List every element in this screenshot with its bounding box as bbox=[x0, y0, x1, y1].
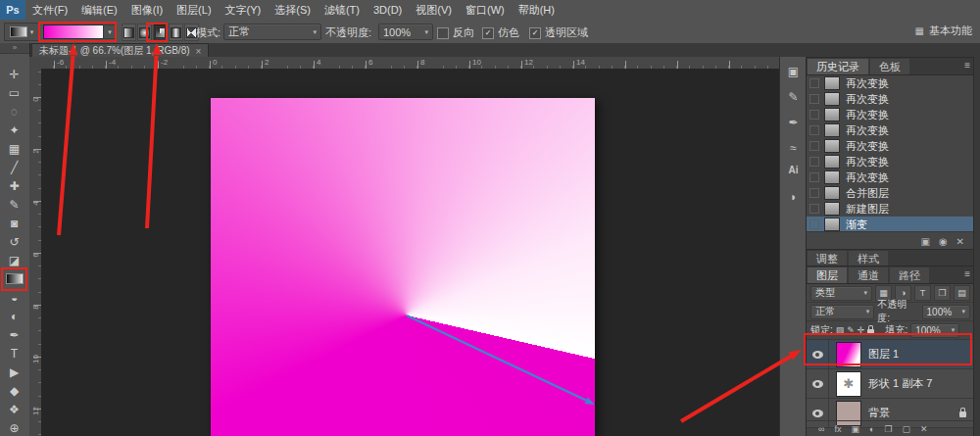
close-icon[interactable]: × bbox=[196, 46, 202, 57]
tab-layers[interactable]: 图层 bbox=[808, 267, 847, 283]
menu-layer[interactable]: 图层(L) bbox=[170, 0, 218, 20]
toolbar-collapse-icon[interactable]: » bbox=[0, 43, 29, 54]
tool-preset-picker[interactable]: ▾ bbox=[4, 23, 39, 41]
reflected-gradient-button[interactable] bbox=[169, 24, 183, 41]
menu-file[interactable]: 文件(F) bbox=[25, 0, 74, 20]
layer-style-icon[interactable]: fx bbox=[834, 424, 841, 434]
history-state-row[interactable]: 再次变换 bbox=[807, 154, 974, 170]
fill-dropdown[interactable]: 100% ▾ bbox=[910, 323, 959, 338]
blend-mode-dropdown[interactable]: 正常 ▾ bbox=[223, 24, 321, 40]
transparency-checkbox[interactable]: ✓ bbox=[529, 27, 541, 39]
new-layer-icon[interactable]: ▢ bbox=[902, 424, 910, 434]
workspace-switcher[interactable]: ▦ 基本功能 bbox=[915, 24, 972, 38]
eye-icon[interactable] bbox=[812, 351, 823, 359]
menu-view[interactable]: 视图(V) bbox=[409, 0, 459, 20]
healing-brush-tool[interactable]: ✚ bbox=[0, 176, 28, 195]
new-group-icon[interactable]: ❐ bbox=[884, 424, 892, 434]
menu-window[interactable]: 窗口(W) bbox=[459, 0, 512, 20]
brush-panel-icon[interactable]: ✎ bbox=[780, 90, 807, 104]
menu-type[interactable]: 文字(Y) bbox=[219, 0, 269, 20]
history-source-box[interactable] bbox=[809, 94, 819, 104]
lock-transparent-pixels-icon[interactable]: ▨ bbox=[836, 325, 845, 335]
menu-edit[interactable]: 编辑(E) bbox=[74, 0, 124, 20]
history-source-box[interactable] bbox=[809, 157, 819, 167]
opacity-dropdown[interactable]: 100% ▾ bbox=[378, 24, 433, 40]
marquee-tool[interactable]: ▭ bbox=[0, 83, 28, 102]
menu-image[interactable]: 图像(I) bbox=[124, 0, 170, 20]
dither-checkbox[interactable]: ✓ bbox=[482, 27, 494, 39]
move-tool[interactable]: ✛ bbox=[0, 65, 28, 83]
pen-tool[interactable]: ✒ bbox=[0, 325, 28, 344]
lock-all-icon[interactable] bbox=[867, 329, 874, 335]
filter-smart-objects-icon[interactable]: ▤ bbox=[954, 285, 970, 301]
clone-stamp-tool[interactable]: ◙ bbox=[0, 214, 28, 232]
layer-blend-mode-dropdown[interactable]: 正常 ▾ bbox=[810, 305, 874, 319]
history-state-row[interactable]: 再次变换 bbox=[807, 107, 974, 122]
eye-icon[interactable] bbox=[812, 410, 823, 417]
filter-shape-layers-icon[interactable]: ❐ bbox=[934, 285, 951, 301]
history-brush-tool[interactable]: ↺ bbox=[0, 232, 28, 251]
gradient-picker-arrow[interactable]: ▾ bbox=[103, 24, 117, 39]
crop-tool[interactable]: ▦ bbox=[0, 139, 28, 158]
layer-thumbnail[interactable] bbox=[836, 342, 861, 367]
menu-3d[interactable]: 3D(D) bbox=[367, 0, 409, 20]
layer-row-shape-copy-7[interactable]: ✱ 形状 1 副本 7 bbox=[807, 369, 974, 399]
visibility-cell[interactable] bbox=[807, 369, 829, 398]
eyedropper-tool[interactable]: ╱ bbox=[0, 158, 28, 176]
delete-layer-icon[interactable]: ✕ bbox=[920, 424, 928, 434]
history-state-row-selected[interactable]: 渐变 bbox=[807, 217, 974, 232]
dodge-tool[interactable]: ◐ bbox=[0, 307, 28, 325]
layer-name[interactable]: 形状 1 副本 7 bbox=[868, 376, 974, 391]
history-state-row[interactable]: 再次变换 bbox=[807, 138, 974, 154]
delete-state-icon[interactable]: ✕ bbox=[956, 236, 964, 247]
tab-swatches[interactable]: 色板 bbox=[870, 59, 909, 74]
document-tab[interactable]: 未标题-1 @ 66.7%(图层 1, RGB/8) × bbox=[31, 43, 209, 58]
shape-tool[interactable]: ◆ bbox=[0, 381, 28, 400]
angle-gradient-button[interactable] bbox=[153, 24, 168, 41]
tab-styles[interactable]: 样式 bbox=[849, 251, 888, 266]
layer-opacity-dropdown[interactable]: 100% ▾ bbox=[922, 305, 970, 319]
link-layers-icon[interactable]: ∞ bbox=[818, 424, 824, 434]
blur-tool[interactable]: ◒ bbox=[0, 288, 28, 307]
history-state-row[interactable]: 合并图层 bbox=[807, 185, 974, 201]
history-source-box[interactable] bbox=[809, 110, 819, 120]
reverse-checkbox[interactable] bbox=[437, 27, 449, 39]
radial-gradient-button[interactable] bbox=[137, 24, 152, 41]
lock-position-icon[interactable]: ✛ bbox=[858, 325, 865, 335]
gradient-tool[interactable] bbox=[0, 269, 28, 288]
history-source-box[interactable] bbox=[809, 141, 819, 151]
speech-bubble-panel-icon[interactable]: ◗ bbox=[780, 190, 807, 204]
hand-tool[interactable]: ❖ bbox=[0, 400, 28, 418]
layer-row-layer-1[interactable]: 图层 1 bbox=[807, 340, 974, 369]
history-source-box[interactable] bbox=[809, 125, 819, 135]
history-state-row[interactable]: 新建图层 bbox=[807, 201, 974, 217]
layer-name[interactable]: 背景 bbox=[868, 406, 959, 420]
layer-mask-icon[interactable]: ▣ bbox=[851, 424, 859, 434]
lock-image-pixels-icon[interactable]: ✎ bbox=[847, 325, 855, 335]
brush-tool[interactable]: ✎ bbox=[0, 195, 28, 214]
gradient-preview[interactable] bbox=[43, 24, 104, 39]
history-state-row[interactable]: 再次变换 bbox=[807, 122, 974, 138]
ai-panel-icon[interactable]: Ai bbox=[780, 165, 807, 175]
layers-stack-panel-icon[interactable]: ▣ bbox=[780, 65, 807, 78]
lasso-tool[interactable]: ◌ bbox=[0, 102, 28, 121]
ink-pen-panel-icon[interactable]: ✒ bbox=[780, 116, 807, 129]
eye-icon[interactable] bbox=[812, 380, 823, 388]
layer-filter-dropdown[interactable]: 类型 ▾ bbox=[810, 286, 872, 301]
tab-adjustments[interactable]: 调整 bbox=[808, 251, 847, 266]
menu-select[interactable]: 选择(S) bbox=[268, 0, 318, 20]
history-state-row[interactable]: 再次变换 bbox=[807, 91, 974, 107]
menu-help[interactable]: 帮助(H) bbox=[512, 0, 562, 20]
panel-menu-icon[interactable]: ≡ bbox=[964, 268, 970, 279]
history-source-box[interactable] bbox=[809, 219, 819, 229]
history-source-box[interactable] bbox=[809, 172, 819, 182]
menu-filter[interactable]: 滤镜(T) bbox=[318, 0, 367, 20]
tab-channels[interactable]: 通道 bbox=[849, 267, 888, 283]
linear-gradient-button[interactable] bbox=[122, 24, 136, 41]
waves-panel-icon[interactable]: ≈ bbox=[780, 141, 807, 155]
history-source-box[interactable] bbox=[809, 188, 819, 198]
quick-selection-tool[interactable]: ✦ bbox=[0, 121, 28, 139]
panel-menu-icon[interactable]: ≡ bbox=[964, 60, 970, 71]
document-canvas[interactable] bbox=[211, 98, 595, 436]
visibility-cell[interactable] bbox=[807, 340, 829, 368]
